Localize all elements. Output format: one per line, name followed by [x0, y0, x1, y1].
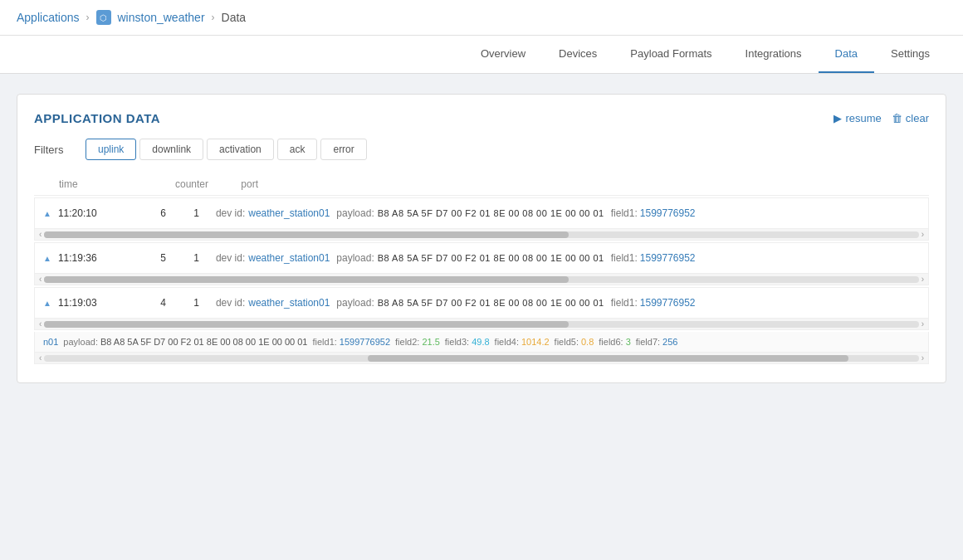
data-row-wrapper-3: ▲ 11:19:03 4 1 dev id: weather_station01… — [34, 287, 929, 330]
header-time: time — [59, 178, 142, 190]
row1-field1: field1: 1599776952 — [611, 207, 696, 219]
filter-uplink[interactable]: uplink — [86, 139, 136, 160]
table-row: ▲ 11:20:10 6 1 dev id: weather_station01… — [34, 197, 929, 229]
scrollbar-track-2 — [44, 276, 918, 283]
expand-icon-3[interactable]: ▲ — [43, 299, 51, 308]
table-row: ▲ 11:19:03 4 1 dev id: weather_station01… — [34, 287, 929, 319]
resume-label: resume — [845, 112, 881, 124]
data-row-wrapper-1: ▲ 11:20:10 6 1 dev id: weather_station01… — [34, 197, 929, 241]
row1-devid-label: dev id: — [216, 207, 245, 219]
expanded-field6-val: 3 — [626, 337, 631, 347]
row1-port: 1 — [183, 207, 216, 219]
scrollbar-thumb-exp — [368, 355, 848, 362]
breadcrumb-sep2: › — [212, 12, 215, 23]
row2-field1-val: 1599776952 — [640, 252, 696, 264]
row2-field1-label: field1: — [611, 252, 638, 264]
card-header: APPLICATION DATA ▶ resume 🗑 clear — [34, 111, 929, 125]
expanded-field7-label: field7: — [636, 337, 660, 347]
row1-scrollbar[interactable]: ‹ › — [34, 229, 929, 241]
scroll-left-1[interactable]: ‹ — [37, 230, 44, 239]
expand-icon-2[interactable]: ▲ — [43, 254, 51, 263]
expanded-field3: field3: 49.8 — [445, 337, 490, 347]
clear-button[interactable]: 🗑 clear — [892, 112, 929, 124]
filter-error[interactable]: error — [320, 139, 366, 160]
scroll-right-3[interactable]: › — [919, 319, 926, 329]
row1-devid-val[interactable]: weather_station01 — [248, 207, 330, 219]
tab-overview[interactable]: Overview — [464, 36, 542, 73]
scrollbar-track-1 — [44, 231, 918, 238]
tab-settings[interactable]: Settings — [874, 36, 946, 73]
scroll-left-3[interactable]: ‹ — [37, 319, 44, 329]
expanded-field3-label: field3: — [445, 337, 469, 347]
row2-counter: 5 — [133, 252, 183, 264]
expanded-field4-label: field4: — [495, 337, 519, 347]
card-actions: ▶ resume 🗑 clear — [833, 112, 929, 124]
row2-devid-label: dev id: — [216, 252, 245, 264]
scrollbar-thumb-1 — [44, 231, 569, 238]
filter-ack[interactable]: ack — [277, 139, 318, 160]
resume-button[interactable]: ▶ resume — [833, 112, 881, 124]
tab-devices[interactable]: Devices — [542, 36, 613, 73]
expanded-field2-label: field2: — [395, 337, 419, 347]
expanded-field6-label: field6: — [599, 337, 623, 347]
row3-payload-val: B8 A8 5A 5F D7 00 F2 01 8E 00 08 00 1E 0… — [378, 298, 604, 308]
main-content: APPLICATION DATA ▶ resume 🗑 clear Filter… — [0, 74, 963, 403]
row3-field1-val: 1599776952 — [640, 297, 696, 309]
expanded-scrollbar[interactable]: ‹ › — [34, 353, 929, 364]
scroll-right-1[interactable]: › — [919, 230, 926, 239]
filter-buttons: uplink downlink activation ack error — [86, 139, 367, 160]
row2-devid: dev id: weather_station01 — [216, 252, 330, 264]
scroll-right-2[interactable]: › — [919, 275, 926, 284]
row3-devid-label: dev id: — [216, 297, 245, 309]
breadcrumb-applications[interactable]: Applications — [17, 11, 80, 24]
expanded-field2: field2: 21.5 — [395, 337, 440, 347]
expanded-field2-val: 21.5 — [422, 337, 439, 347]
table-row: ▲ 11:19:36 5 1 dev id: weather_station01… — [34, 242, 929, 274]
breadcrumb-app-name[interactable]: winston_weather — [118, 11, 205, 24]
application-data-card: APPLICATION DATA ▶ resume 🗑 clear Filter… — [17, 94, 946, 383]
row1-devid: dev id: weather_station01 — [216, 207, 330, 219]
row1-field1-val: 1599776952 — [640, 207, 696, 219]
scrollbar-track-3 — [44, 321, 918, 328]
row3-devid-val[interactable]: weather_station01 — [248, 297, 330, 309]
expand-icon-1[interactable]: ▲ — [43, 209, 51, 218]
row3-devid: dev id: weather_station01 — [216, 297, 330, 309]
scrollbar-thumb-3 — [44, 321, 569, 328]
expanded-field1-label: field1: — [312, 337, 336, 347]
row3-payload: payload: B8 A8 5A 5F D7 00 F2 01 8E 00 0… — [336, 297, 604, 309]
play-icon: ▶ — [833, 112, 842, 124]
expanded-field3-val: 49.8 — [472, 337, 489, 347]
scroll-right-exp[interactable]: › — [919, 353, 926, 363]
expanded-devid[interactable]: n01 — [43, 337, 58, 347]
expanded-payload-label: payload: — [63, 337, 98, 347]
tab-payload-formats[interactable]: Payload Formats — [613, 36, 728, 73]
tab-data[interactable]: Data — [819, 36, 874, 73]
expanded-field4-val: 1014.2 — [521, 337, 550, 347]
breadcrumb-sep1: › — [86, 12, 90, 23]
nav-container: Overview Devices Payload Formats Integra… — [0, 36, 963, 74]
scroll-left-exp[interactable]: ‹ — [37, 353, 44, 363]
row2-devid-val[interactable]: weather_station01 — [248, 252, 330, 264]
scroll-left-2[interactable]: ‹ — [37, 275, 44, 284]
row1-payload-val: B8 A8 5A 5F D7 00 F2 01 8E 00 08 00 1E 0… — [378, 208, 604, 218]
filter-activation[interactable]: activation — [207, 139, 274, 160]
expanded-field7-val: 256 — [662, 337, 677, 347]
row1-counter: 6 — [133, 207, 183, 219]
app-icon: ⬡ — [96, 10, 111, 25]
filter-downlink[interactable]: downlink — [139, 139, 203, 160]
table-headers: time counter port — [34, 173, 929, 196]
row2-scrollbar[interactable]: ‹ › — [34, 274, 929, 285]
row3-scrollbar[interactable]: ‹ › — [34, 319, 929, 330]
nav-tabs: Overview Devices Payload Formats Integra… — [464, 36, 946, 73]
breadcrumb-current: Data — [222, 11, 247, 24]
filters-row: Filters uplink downlink activation ack e… — [34, 139, 929, 160]
scrollbar-thumb-2 — [44, 276, 569, 283]
expanded-field5-label: field5: — [555, 337, 579, 347]
expanded-row-wrapper: n01 payload: B8 A8 5A 5F D7 00 F2 01 8E … — [34, 332, 929, 364]
tab-integrations[interactable]: Integrations — [729, 36, 819, 73]
scrollbar-track-exp — [44, 355, 918, 362]
row3-counter: 4 — [133, 297, 183, 309]
breadcrumb: Applications › ⬡ winston_weather › Data — [0, 0, 963, 36]
expanded-payload: payload: B8 A8 5A 5F D7 00 F2 01 8E 00 0… — [63, 337, 307, 347]
header-port: port — [208, 178, 258, 190]
